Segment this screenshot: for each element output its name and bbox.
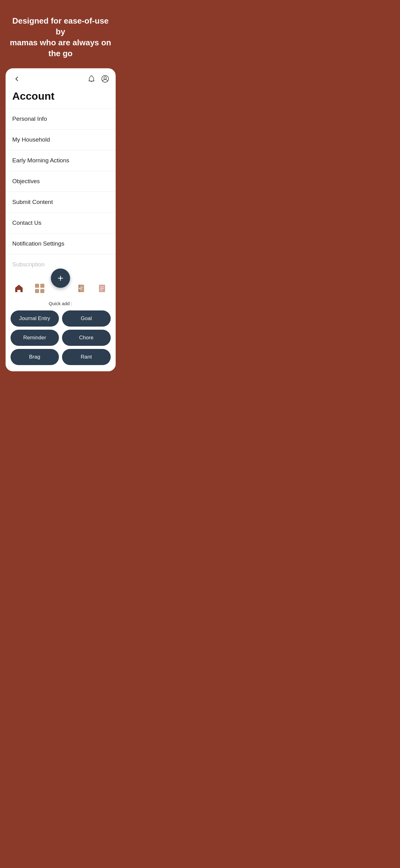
note-icon xyxy=(97,283,107,293)
menu-list: Personal Info My Household Early Morning… xyxy=(6,108,116,275)
menu-item-notification-settings[interactable]: Notification Settings xyxy=(6,234,116,254)
back-button[interactable] xyxy=(12,74,22,84)
quick-add-reminder[interactable]: Reminder xyxy=(10,330,59,346)
quick-add-label: Quick add : xyxy=(10,298,111,306)
quick-add-chore[interactable]: Chore xyxy=(62,330,111,346)
home-icon xyxy=(14,283,24,293)
quick-add-section: Quick add : Journal Entry Goal Reminder … xyxy=(6,295,116,371)
app-tagline: Designed for ease-of-use by mamas who ar… xyxy=(0,0,121,68)
menu-item-my-household[interactable]: My Household xyxy=(6,129,116,150)
svg-rect-6 xyxy=(80,288,82,289)
quick-add-grid: Journal Entry Goal Reminder Chore Brag R… xyxy=(10,310,111,365)
quick-add-journal-entry[interactable]: Journal Entry xyxy=(10,310,59,327)
nav-item-journal[interactable] xyxy=(71,283,92,293)
menu-item-objectives[interactable]: Objectives xyxy=(6,171,116,192)
page-title: Account xyxy=(6,87,116,108)
card-header xyxy=(6,68,116,87)
nav-item-grid[interactable] xyxy=(29,284,50,293)
profile-icon[interactable] xyxy=(101,74,109,83)
menu-item-early-morning[interactable]: Early Morning Actions xyxy=(6,150,116,171)
nav-item-notes[interactable] xyxy=(92,283,112,293)
bottom-nav: + xyxy=(6,275,116,295)
quick-add-rant[interactable]: Rant xyxy=(62,349,111,365)
menu-item-submit-content[interactable]: Submit Content xyxy=(6,192,116,213)
main-card: Account Personal Info My Household Early… xyxy=(6,68,116,371)
fab-add-button[interactable]: + xyxy=(51,269,70,288)
svg-rect-5 xyxy=(80,287,83,287)
menu-item-personal-info[interactable]: Personal Info xyxy=(6,108,116,129)
svg-rect-10 xyxy=(100,288,104,289)
header-icons xyxy=(87,74,109,83)
svg-rect-11 xyxy=(100,290,103,290)
svg-rect-9 xyxy=(100,286,104,287)
svg-point-1 xyxy=(104,77,106,79)
nav-item-home[interactable] xyxy=(9,283,29,293)
svg-point-4 xyxy=(79,288,80,289)
grid-icon xyxy=(35,284,44,293)
notification-icon[interactable] xyxy=(87,74,96,83)
svg-rect-7 xyxy=(80,289,82,290)
menu-item-contact-us[interactable]: Contact Us xyxy=(6,213,116,234)
quick-add-goal[interactable]: Goal xyxy=(62,310,111,327)
book-icon xyxy=(76,283,86,293)
quick-add-brag[interactable]: Brag xyxy=(10,349,59,365)
